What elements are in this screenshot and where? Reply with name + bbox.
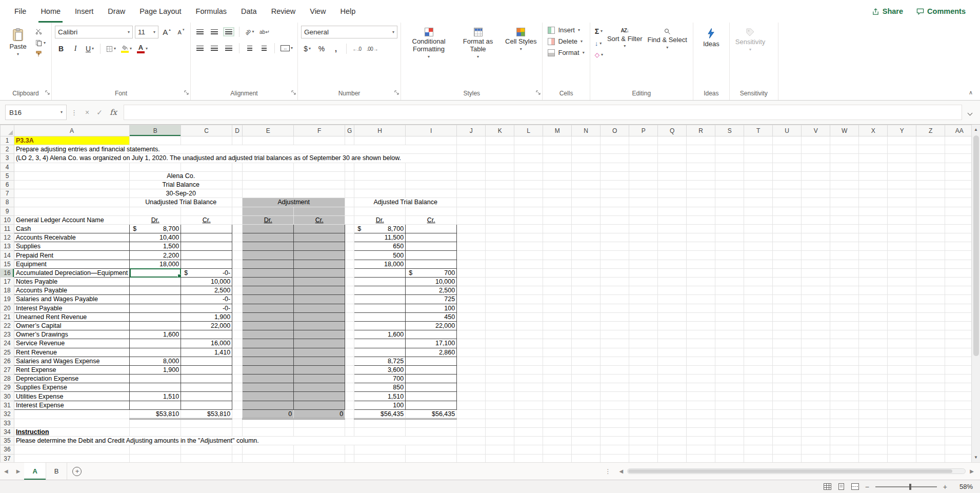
cell-U37[interactable]: [773, 454, 802, 462]
cell-D7[interactable]: [232, 189, 243, 198]
cell-X16[interactable]: [859, 268, 888, 277]
cell-K13[interactable]: [486, 242, 514, 251]
cell-T35[interactable]: [744, 437, 773, 445]
cell-X5[interactable]: [859, 171, 888, 180]
cell-H24[interactable]: [354, 339, 406, 348]
cell-W9[interactable]: [830, 207, 859, 215]
cell-AA16[interactable]: [945, 268, 974, 277]
cell-H25[interactable]: [354, 348, 406, 357]
cell-C10[interactable]: Cr.: [181, 215, 232, 224]
cell-Q3[interactable]: [658, 154, 687, 163]
cell-I1[interactable]: [406, 136, 457, 145]
cell-M7[interactable]: [543, 189, 572, 198]
cell-N19[interactable]: [572, 295, 601, 304]
cell-Y35[interactable]: [888, 437, 916, 445]
cell-E21[interactable]: [243, 312, 294, 321]
column-header-L[interactable]: L: [514, 125, 543, 136]
new-sheet-button[interactable]: +: [72, 463, 82, 480]
cell-S8[interactable]: [715, 198, 744, 207]
cell-H10[interactable]: Dr.: [354, 215, 406, 224]
cell-T11[interactable]: [744, 224, 773, 233]
cell-A25[interactable]: Rent Revenue: [14, 348, 130, 357]
cell-A5[interactable]: [14, 171, 130, 180]
cell-H34[interactable]: [354, 428, 406, 437]
cell-C16[interactable]: $-0-: [181, 268, 232, 277]
cell-Q20[interactable]: [658, 304, 687, 312]
cell-M4[interactable]: [543, 163, 572, 171]
cell-AA34[interactable]: [945, 428, 974, 437]
cell-U17[interactable]: [773, 278, 802, 286]
cell-B33[interactable]: [130, 419, 181, 427]
column-header-A[interactable]: A: [14, 125, 130, 136]
cell-V26[interactable]: [802, 357, 830, 365]
cell-C21[interactable]: 1,900: [181, 312, 232, 321]
comma-style-button[interactable]: ,: [330, 43, 342, 55]
cell-I13[interactable]: [406, 242, 457, 251]
cell-Z1[interactable]: [916, 136, 945, 145]
cell-P1[interactable]: [629, 136, 658, 145]
cell-G19[interactable]: [345, 295, 354, 304]
cell-O20[interactable]: [601, 304, 629, 312]
cell-J19[interactable]: [457, 295, 486, 304]
cell-X15[interactable]: [859, 260, 888, 268]
cell-F31[interactable]: [294, 401, 345, 409]
cell-X12[interactable]: [859, 233, 888, 242]
cell-Y22[interactable]: [888, 321, 916, 330]
cell-L37[interactable]: [514, 454, 543, 462]
cell-V6[interactable]: [802, 180, 830, 189]
cell-S22[interactable]: [715, 321, 744, 330]
cell-D37[interactable]: [232, 454, 243, 462]
cell-T4[interactable]: [744, 163, 773, 171]
cell-F22[interactable]: [294, 321, 345, 330]
cell-H12[interactable]: 11,500: [354, 233, 406, 242]
cell-I26[interactable]: [406, 357, 457, 365]
cell-W31[interactable]: [830, 401, 859, 409]
cell-G24[interactable]: [345, 339, 354, 348]
cell-C31[interactable]: [181, 401, 232, 409]
row-header-9[interactable]: 9: [1, 207, 14, 215]
cell-U34[interactable]: [773, 428, 802, 437]
cell-D33[interactable]: [232, 419, 243, 427]
cell-E14[interactable]: [243, 251, 294, 260]
cell-E17[interactable]: [243, 278, 294, 286]
cell-F23[interactable]: [294, 330, 345, 339]
cell-V31[interactable]: [802, 401, 830, 409]
cell-N5[interactable]: [572, 171, 601, 180]
cell-M13[interactable]: [543, 242, 572, 251]
insert-function-button[interactable]: fx: [106, 108, 121, 117]
cell-W19[interactable]: [830, 295, 859, 304]
cell-O30[interactable]: [601, 392, 629, 401]
ribbon-tab-review[interactable]: Review: [269, 0, 298, 23]
cell-P16[interactable]: [629, 268, 658, 277]
cell-R33[interactable]: [687, 419, 715, 427]
cell-Z2[interactable]: [916, 145, 945, 154]
cell-X2[interactable]: [859, 145, 888, 154]
cell-AA22[interactable]: [945, 321, 974, 330]
cell-E36[interactable]: [243, 445, 294, 454]
cell-J11[interactable]: [457, 224, 486, 233]
cell-P8[interactable]: [629, 198, 658, 207]
row-header-22[interactable]: 22: [1, 321, 14, 330]
cell-X29[interactable]: [859, 383, 888, 392]
cell-E31[interactable]: [243, 401, 294, 409]
cell-Z30[interactable]: [916, 392, 945, 401]
cell-A32[interactable]: [14, 409, 130, 419]
cell-Q4[interactable]: [658, 163, 687, 171]
cell-B6[interactable]: Trial Balance: [130, 180, 232, 189]
cell-B14[interactable]: 2,200: [130, 251, 181, 260]
cell-J3[interactable]: [457, 154, 486, 163]
cell-S19[interactable]: [715, 295, 744, 304]
cell-Q24[interactable]: [658, 339, 687, 348]
cell-B8[interactable]: Unadjusted Trial Balance: [130, 198, 232, 207]
cell-S23[interactable]: [715, 330, 744, 339]
styles-dialog-launcher[interactable]: [536, 88, 541, 97]
cell-A24[interactable]: Service Revenue: [14, 339, 130, 348]
cell-U7[interactable]: [773, 189, 802, 198]
cell-D34[interactable]: [232, 428, 243, 437]
cell-P7[interactable]: [629, 189, 658, 198]
cell-O37[interactable]: [601, 454, 629, 462]
cell-T24[interactable]: [744, 339, 773, 348]
cell-I19[interactable]: 725: [406, 295, 457, 304]
cell-P21[interactable]: [629, 312, 658, 321]
cell-R19[interactable]: [687, 295, 715, 304]
